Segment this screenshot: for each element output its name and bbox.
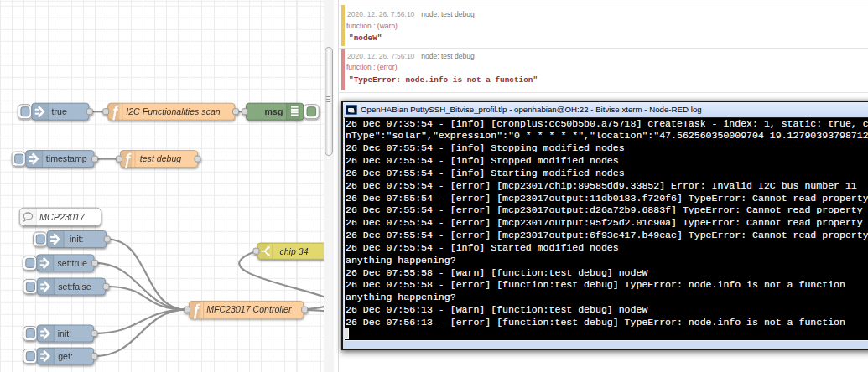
- svg-text:MCP23017: MCP23017: [39, 212, 86, 222]
- svg-text:get:: get:: [58, 351, 73, 361]
- svg-text:true: true: [52, 106, 67, 116]
- svg-text:set:false: set:false: [58, 282, 91, 292]
- svg-text:I2C Functionalities scan: I2C Functionalities scan: [126, 106, 221, 116]
- svg-text:set:true: set:true: [58, 258, 87, 268]
- svg-text:MFC23017 Controller: MFC23017 Controller: [206, 304, 292, 314]
- svg-text:msg: msg: [265, 106, 283, 116]
- svg-text:ƒ: ƒ: [123, 151, 132, 168]
- svg-text:init:: init:: [58, 328, 72, 338]
- svg-text:ƒ: ƒ: [111, 103, 119, 120]
- svg-text:timestamp: timestamp: [46, 153, 87, 163]
- svg-text:init:: init:: [70, 234, 84, 244]
- svg-text:ƒ: ƒ: [192, 302, 200, 318]
- svg-text:test debug: test debug: [140, 153, 182, 163]
- svg-text:chip 34: chip 34: [279, 246, 308, 256]
